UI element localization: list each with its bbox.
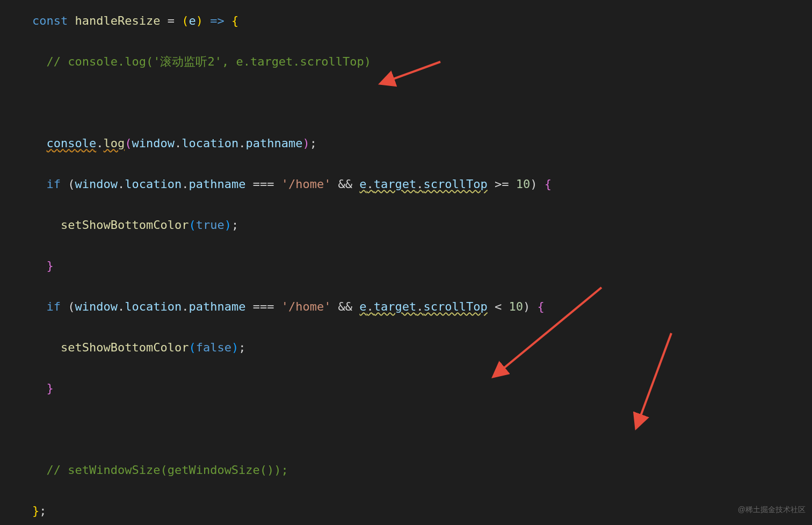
- dot: .: [416, 177, 423, 191]
- ident-window: window: [75, 300, 118, 313]
- dot: .: [367, 300, 374, 313]
- ident-window: window: [132, 136, 174, 150]
- semicolon: ;: [39, 504, 46, 517]
- op-gte: >=: [488, 177, 516, 191]
- paren-open: (: [189, 341, 195, 354]
- keyword-if: if: [47, 177, 61, 191]
- dot: .: [118, 177, 125, 191]
- prop-pathname: pathname: [189, 177, 245, 191]
- dot: .: [182, 300, 189, 313]
- prop-scrolltop: scrollTop: [424, 177, 488, 191]
- call-setshowbottomcolor: setShowBottomColor: [61, 218, 189, 232]
- dot: .: [175, 136, 182, 150]
- ident-window: window: [75, 177, 118, 191]
- paren-open: (: [189, 218, 195, 232]
- paren-close: ): [196, 14, 203, 27]
- prop-location: location: [125, 300, 182, 313]
- paren-open: (: [125, 136, 132, 150]
- keyword-const: const: [32, 14, 68, 27]
- bool-false: false: [196, 341, 231, 354]
- string-home: '/home': [281, 177, 331, 191]
- comment: // setWindowSize(getWindowSize());: [47, 463, 288, 477]
- keyword-if: if: [47, 300, 61, 313]
- number-10: 10: [509, 300, 524, 313]
- semicolon: ;: [231, 218, 238, 232]
- op-and: &&: [331, 177, 359, 191]
- arrow: =>: [203, 14, 231, 27]
- semicolon: ;: [310, 136, 317, 150]
- ident-e: e: [359, 300, 366, 313]
- brace-close: }: [47, 382, 54, 395]
- brace-close: }: [32, 504, 39, 517]
- dot: .: [238, 136, 245, 150]
- dot: .: [96, 136, 103, 150]
- op-eqeqeq: ===: [245, 177, 281, 191]
- paren-close: ): [224, 218, 231, 232]
- paren-close: ): [231, 341, 238, 354]
- prop-pathname: pathname: [189, 300, 245, 313]
- string-home: '/home': [281, 300, 331, 313]
- prop-pathname: pathname: [245, 136, 302, 150]
- prop-location: location: [182, 136, 238, 150]
- paren-open: (: [61, 300, 75, 313]
- paren-close: ): [302, 136, 309, 150]
- brace-open: {: [231, 14, 238, 27]
- number-10: 10: [516, 177, 531, 191]
- dot: .: [367, 177, 374, 191]
- paren-close: ): [530, 177, 545, 191]
- prop-target: target: [374, 300, 416, 313]
- comment: // console.log('滚动监听2', e.target.scrollT…: [47, 55, 372, 68]
- op-and: &&: [331, 300, 359, 313]
- paren-open: (: [182, 14, 189, 27]
- code-block: const handleResize = (e) => { // console…: [32, 11, 812, 525]
- call-setshowbottomcolor: setShowBottomColor: [61, 341, 189, 354]
- prop-target: target: [374, 177, 416, 191]
- function-name: handleResize: [75, 14, 160, 27]
- brace-open: {: [545, 177, 552, 191]
- method-log: log: [103, 136, 125, 150]
- semicolon: ;: [238, 341, 245, 354]
- op-lt: <: [488, 300, 509, 313]
- op-eq: =: [160, 14, 182, 27]
- dot: .: [118, 300, 125, 313]
- ident-e: e: [359, 177, 366, 191]
- op-eqeqeq: ===: [245, 300, 281, 313]
- paren-close: ): [523, 300, 538, 313]
- param-e: e: [189, 14, 195, 27]
- dot: .: [416, 300, 423, 313]
- prop-scrolltop: scrollTop: [424, 300, 488, 313]
- prop-location: location: [125, 177, 182, 191]
- paren-open: (: [61, 177, 75, 191]
- ident-console: console: [47, 136, 97, 150]
- bool-true: true: [196, 218, 224, 232]
- watermark: @稀土掘金技术社区: [738, 499, 806, 520]
- dot: .: [182, 177, 189, 191]
- brace-close: }: [47, 259, 54, 272]
- brace-open: {: [538, 300, 545, 313]
